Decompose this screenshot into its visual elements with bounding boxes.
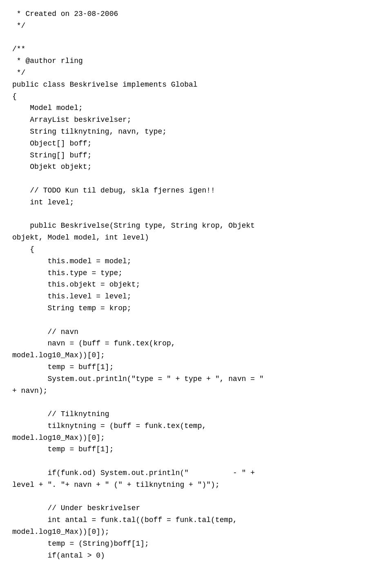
code-editor: * Created on 23-08-2006 */ /** * @author… (12, 8, 380, 561)
